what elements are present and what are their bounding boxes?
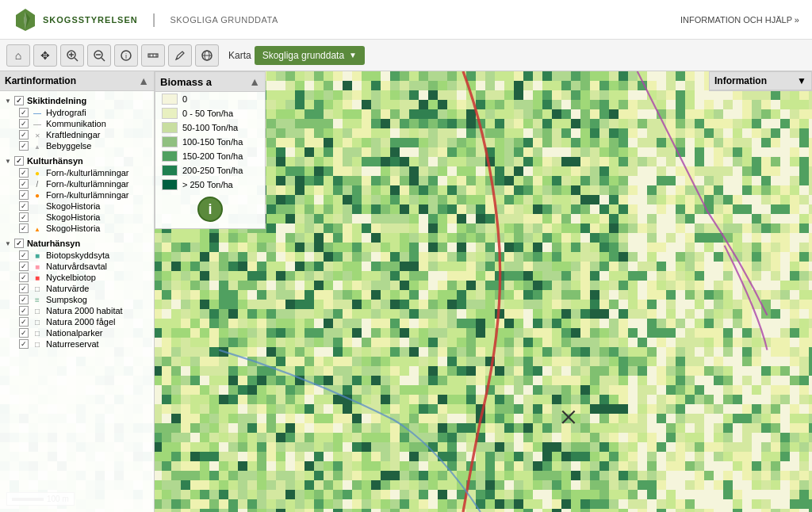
svg-line-4 bbox=[75, 58, 78, 61]
kommunikation-icon bbox=[32, 120, 43, 128]
home-button[interactable]: ⌂ bbox=[6, 44, 30, 67]
label-natura2000habitat: Natura 2000 habitat bbox=[46, 306, 123, 315]
item-forn1[interactable]: Forn-/kulturlämningar bbox=[3, 167, 151, 178]
hydrografi-icon bbox=[32, 109, 43, 117]
info-button[interactable]: i bbox=[114, 44, 138, 67]
item-natura2000fagel[interactable]: Natura 2000 fågel bbox=[3, 316, 151, 327]
label-nationalparker: Nationalparker bbox=[46, 328, 103, 338]
item-nationalparker[interactable]: Nationalparker bbox=[3, 327, 151, 338]
legend-collapse-button[interactable]: ▲ bbox=[249, 75, 260, 88]
group-label-kulturhansyn: Kulturhänsyn bbox=[27, 156, 83, 166]
nationalparker-icon bbox=[32, 329, 43, 338]
legend-title: Biomass a bbox=[160, 76, 212, 88]
group-kulturhansyn: ▼ Kulturhänsyn Forn-/kulturlämningar For… bbox=[0, 153, 154, 235]
group-naturhansyn: ▼ Naturhänsyn Biotopskyddsyta Naturvårds… bbox=[0, 235, 154, 351]
zoom-in-button[interactable] bbox=[60, 44, 84, 67]
item-skogohistoria1[interactable]: SkogoHistoria bbox=[3, 201, 151, 212]
item-bebyggelse[interactable]: Bebyggelse bbox=[3, 140, 151, 151]
group-header-kulturhansyn[interactable]: ▼ Kulturhänsyn bbox=[3, 155, 151, 167]
globe-button[interactable] bbox=[195, 44, 219, 67]
info-panel-collapse[interactable]: ▼ bbox=[797, 75, 806, 86]
legend-item-label: 150-200 Ton/ha bbox=[182, 151, 243, 161]
label-natura2000fagel: Natura 2000 fågel bbox=[46, 317, 115, 327]
zoom-in-icon bbox=[66, 49, 79, 62]
cb-forn2[interactable] bbox=[19, 179, 29, 189]
tree-section: ▼ Skiktindelning Hydrografi Kommunikatio… bbox=[0, 91, 154, 353]
group-header-naturhansyn[interactable]: ▼ Naturhänsyn bbox=[3, 237, 151, 250]
svg-text:i: i bbox=[125, 52, 127, 60]
cb-sumpskog[interactable] bbox=[19, 295, 29, 304]
kraftledningar-icon bbox=[32, 131, 43, 139]
legend-item: 0 bbox=[155, 92, 265, 106]
cb-naturvardsavtal[interactable] bbox=[19, 262, 29, 271]
item-kraftledningar[interactable]: Kraftledningar bbox=[3, 129, 151, 140]
map-label: Karta bbox=[228, 50, 251, 61]
legend-item-label: 0 - 50 Ton/ha bbox=[182, 109, 233, 118]
cb-kommunikation[interactable] bbox=[19, 119, 29, 128]
natura2000habitat-icon bbox=[32, 307, 43, 315]
draw-button[interactable] bbox=[168, 44, 192, 67]
cb-naturreservat[interactable] bbox=[19, 339, 29, 349]
legend-info-button[interactable]: i bbox=[197, 197, 223, 222]
legend-item-label: 50-100 Ton/ha bbox=[182, 123, 238, 132]
cb-biotopskyddsyta[interactable] bbox=[19, 250, 29, 260]
item-naturvarde[interactable]: Naturvärde bbox=[3, 283, 151, 294]
item-naturreservat[interactable]: Naturreservat bbox=[3, 338, 151, 350]
toolbar: ⌂ ✥ i bbox=[0, 40, 812, 71]
group-checkbox-kulturhansyn[interactable] bbox=[14, 156, 24, 166]
triangle-icon-n: ▼ bbox=[5, 240, 11, 247]
zoom-out-button[interactable] bbox=[87, 44, 111, 67]
label-forn3: Forn-/kulturlämningar bbox=[46, 190, 129, 200]
info-panel-title: Information bbox=[714, 75, 767, 86]
cb-forn1[interactable] bbox=[19, 168, 29, 178]
item-forn3[interactable]: Forn-/kulturlämningar bbox=[3, 189, 151, 201]
header-left: Skogsstyrelsen | SKOGLIGA GRUNDDATA bbox=[13, 7, 278, 32]
info-help-link[interactable]: INFORMATION OCH HJÄLP » bbox=[680, 15, 799, 25]
item-skogohistoria3[interactable]: SkogoHistoria bbox=[3, 223, 151, 234]
cb-nyckelbiotop[interactable] bbox=[19, 273, 29, 282]
legend-color-swatch bbox=[162, 122, 178, 133]
cb-kraftledningar[interactable] bbox=[19, 130, 29, 139]
biotopskyddsyta-icon bbox=[32, 251, 43, 260]
cb-hydrografi[interactable] bbox=[19, 108, 29, 117]
item-kommunikation[interactable]: Kommunikation bbox=[3, 118, 151, 129]
logo-area: Skogsstyrelsen bbox=[13, 7, 138, 32]
item-biotopskyddsyta[interactable]: Biotopskyddsyta bbox=[3, 250, 151, 261]
cb-forn3[interactable] bbox=[19, 190, 29, 200]
group-label-naturhansyn: Naturhänsyn bbox=[27, 239, 80, 248]
legend-item: 100-150 Ton/ha bbox=[155, 135, 265, 149]
item-skogohistoria2[interactable]: SkogoHistoria bbox=[3, 212, 151, 223]
logo-text: Skogsstyrelsen bbox=[43, 15, 138, 25]
measure-button[interactable] bbox=[141, 44, 165, 67]
item-forn2[interactable]: Forn-/kulturlämningar bbox=[3, 178, 151, 189]
legend-item-label: 100-150 Ton/ha bbox=[182, 137, 243, 147]
legend-item-label: 200-250 Ton/ha bbox=[182, 166, 243, 175]
label-naturvardsavtal: Naturvårdsavtal bbox=[46, 262, 107, 271]
pan-button[interactable]: ✥ bbox=[33, 44, 57, 67]
item-naturvardsavtal[interactable]: Naturvårdsavtal bbox=[3, 261, 151, 272]
legend-color-swatch bbox=[162, 94, 178, 105]
group-checkbox-naturhansyn[interactable] bbox=[14, 239, 24, 248]
cb-skogohistoria1[interactable] bbox=[19, 201, 29, 211]
cb-skogohistoria2[interactable] bbox=[19, 212, 29, 222]
item-sumpskog[interactable]: Sumpskog bbox=[3, 294, 151, 305]
measure-icon bbox=[147, 49, 159, 62]
collapse-button[interactable]: ▲ bbox=[138, 75, 149, 87]
item-natura2000habitat[interactable]: Natura 2000 habitat bbox=[3, 305, 151, 316]
item-nyckelbiotop[interactable]: Nyckelbiotop bbox=[3, 272, 151, 283]
cb-natura2000fagel[interactable] bbox=[19, 317, 29, 327]
info-panel-header: Information ▼ bbox=[710, 72, 811, 90]
nav-dropdown-button[interactable]: Skogliga grunddata ▼ bbox=[255, 46, 365, 65]
cb-bebyggelse[interactable] bbox=[19, 141, 29, 151]
triangle-icon-k: ▼ bbox=[5, 158, 11, 165]
cb-natura2000habitat[interactable] bbox=[19, 306, 29, 315]
group-checkbox-skiktindelning[interactable] bbox=[14, 96, 24, 105]
draw-icon bbox=[174, 49, 186, 62]
left-panel: Kartinformation ▲ ▼ Skiktindelning Hydro… bbox=[0, 71, 155, 512]
item-hydrografi[interactable]: Hydrografi bbox=[3, 107, 151, 118]
group-header-skiktindelning[interactable]: ▼ Skiktindelning bbox=[3, 94, 151, 107]
cb-naturvarde[interactable] bbox=[19, 284, 29, 293]
label-nyckelbiotop: Nyckelbiotop bbox=[46, 273, 96, 282]
cb-nationalparker[interactable] bbox=[19, 328, 29, 338]
cb-skogohistoria3[interactable] bbox=[19, 224, 29, 233]
